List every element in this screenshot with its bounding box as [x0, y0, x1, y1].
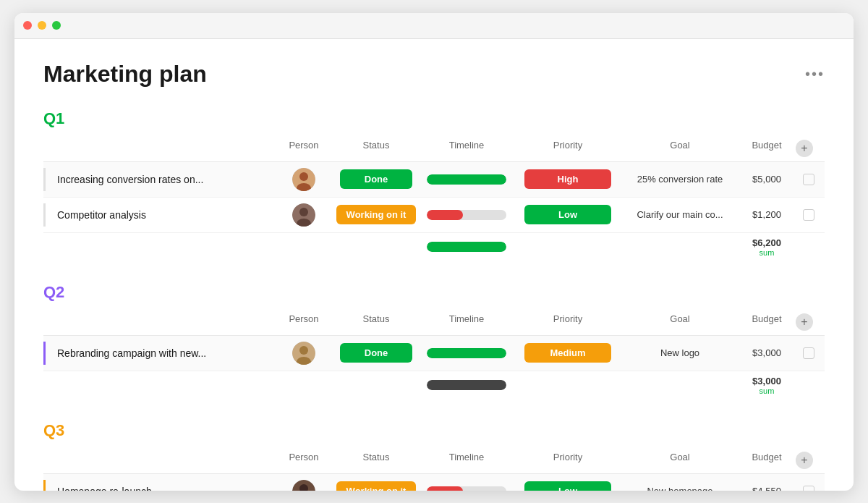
main-content: Marketing plan ••• Q1 Person Status Time… [14, 39, 854, 491]
col-status-q1: Status [333, 140, 420, 157]
timeline-fill-q1-2 [427, 210, 463, 220]
add-row-q1-button[interactable]: + [796, 140, 813, 157]
row-person-q3-1 [275, 480, 333, 491]
table-row: Rebranding campaign with new... Done [43, 336, 825, 371]
timeline-fill-q1-1 [427, 174, 506, 185]
section-q2-title: Q2 [43, 283, 825, 302]
col-name-q1 [43, 140, 275, 157]
checkbox-q2-1[interactable] [803, 347, 814, 359]
row-checkbox-q3-1 [796, 486, 822, 491]
q2-table-header: Person Status Timeline Priority Goal Bud… [43, 309, 825, 336]
row-budget-q1-1: $5,000 [738, 174, 796, 185]
row-checkbox-q1-2 [796, 209, 822, 221]
sum-timeline-fill-q1 [427, 242, 506, 252]
avatar-q1-2 [292, 203, 315, 227]
col-name-q3 [43, 452, 275, 469]
row-timeline-q1-2 [420, 210, 514, 220]
q2-table: Person Status Timeline Priority Goal Bud… [43, 309, 825, 400]
row-name-q1-1: Increasing conversion rates on... [43, 168, 275, 191]
row-timeline-q2-1 [420, 348, 514, 358]
close-button[interactable] [23, 21, 32, 30]
row-goal-q1-2: Clarify our main co... [622, 209, 738, 220]
col-goal-q1: Goal [622, 140, 738, 157]
row-priority-q2-1: Medium [514, 343, 622, 363]
more-options-button[interactable]: ••• [805, 66, 825, 83]
row-status-q1-2: Working on it [333, 205, 420, 224]
checkbox-q3-1[interactable] [803, 486, 814, 491]
status-badge-q1-1: Done [340, 169, 412, 189]
section-q1-title: Q1 [43, 109, 825, 128]
q1-table: Person Status Timeline Priority Goal Bud… [43, 135, 825, 261]
add-row-q2-button[interactable]: + [796, 313, 813, 331]
table-row: Increasing conversion rates on... Done [43, 162, 825, 198]
page-header: Marketing plan ••• [43, 61, 825, 88]
minimize-button[interactable] [38, 21, 46, 30]
sum-amount-q2: $3,000 [738, 376, 796, 386]
row-name-q2-1: Rebranding campaign with new... [43, 342, 275, 365]
sum-timeline-q1 [420, 242, 514, 252]
col-goal-q2: Goal [622, 313, 738, 331]
avatar-q2-1 [292, 342, 315, 365]
col-priority-q2: Priority [514, 313, 622, 331]
col-goal-q3: Goal [622, 452, 738, 469]
timeline-fill-q3-1 [427, 486, 463, 491]
q3-table: Person Status Timeline Priority Goal Bud… [43, 447, 825, 491]
budget-value-q1-1: $5,000 [752, 174, 781, 185]
col-timeline-q1: Timeline [420, 140, 514, 157]
row-status-q3-1: Working on it [333, 481, 420, 491]
add-row-q3-button[interactable]: + [796, 452, 813, 469]
col-priority-q3: Priority [514, 452, 622, 469]
sum-row-q1: $6,200 sum [43, 233, 825, 261]
section-q1: Q1 Person Status Timeline Priority Goal … [43, 109, 825, 261]
row-priority-q1-2: Low [514, 205, 622, 224]
status-badge-q2-1: Done [340, 343, 412, 363]
status-badge-q3-1: Working on it [336, 481, 417, 491]
row-person-q2-1 [275, 342, 333, 365]
checkbox-q1-2[interactable] [803, 209, 814, 221]
avatar-q1-1 [292, 168, 315, 191]
table-row: Competitor analysis Working on it [43, 198, 825, 233]
maximize-button[interactable] [52, 21, 61, 30]
avatar-q3-1 [292, 480, 315, 491]
row-status-q1-1: Done [333, 169, 420, 189]
goal-text-q1-2: Clarify our main co... [637, 209, 723, 220]
row-person-q1-2 [275, 203, 333, 227]
sum-amount-q1: $6,200 [738, 237, 796, 248]
priority-badge-q1-2: Low [524, 205, 611, 224]
row-checkbox-q2-1 [796, 347, 822, 359]
status-badge-q1-2: Working on it [336, 205, 417, 224]
row-person-q1-1 [275, 168, 333, 191]
col-priority-q1: Priority [514, 140, 622, 157]
col-budget-q2: Budget [738, 313, 796, 331]
row-checkbox-q1-1 [796, 174, 822, 185]
priority-badge-q1-1: High [524, 169, 611, 189]
col-timeline-q2: Timeline [420, 313, 514, 331]
sum-value-q1: $6,200 sum [738, 237, 796, 257]
sum-timeline-fill-q2 [427, 380, 506, 390]
budget-value-q3-1: $4,550 [752, 486, 781, 491]
col-name-q2 [43, 313, 275, 331]
app-window: Marketing plan ••• Q1 Person Status Time… [14, 13, 854, 491]
col-person-q2: Person [275, 313, 333, 331]
checkbox-q1-1[interactable] [803, 174, 814, 185]
budget-value-q2-1: $3,000 [752, 347, 781, 358]
timeline-fill-q2-1 [427, 348, 506, 358]
goal-text-q1-1: 25% conversion rate [637, 174, 723, 185]
goal-text-q3-1: New homepage [647, 486, 712, 491]
col-add-q2: + [796, 313, 822, 331]
sum-value-q2: $3,000 sum [738, 376, 796, 395]
table-row: Homepage re-launch Working on it [43, 474, 825, 491]
row-timeline-q1-1 [420, 174, 514, 185]
title-bar [14, 13, 854, 39]
sum-timeline-track-q2 [427, 380, 506, 390]
svg-point-4 [299, 208, 308, 216]
sum-label-q2: sum [738, 386, 796, 395]
q3-table-header: Person Status Timeline Priority Goal Bud… [43, 447, 825, 474]
row-timeline-q3-1 [420, 486, 514, 491]
section-q3-title: Q3 [43, 421, 825, 440]
goal-text-q2-1: New logo [660, 347, 699, 358]
col-person-q3: Person [275, 452, 333, 469]
col-add-q3: + [796, 452, 822, 469]
row-priority-q3-1: Low [514, 481, 622, 491]
sum-timeline-q2 [420, 380, 514, 390]
